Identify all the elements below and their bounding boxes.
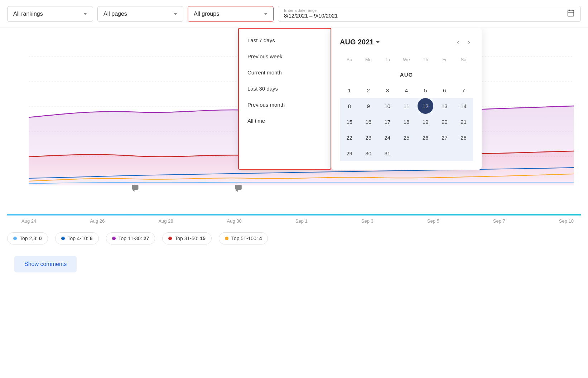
legend-bar: Top 2,3: 0 Top 4-10: 6 Top 11-30: 27 Top… [0, 227, 588, 250]
calendar-day-12[interactable]: 12 [416, 98, 435, 114]
calendar-month-dropdown-icon[interactable] [376, 41, 380, 43]
calendar-day-2[interactable]: 2 [359, 82, 378, 98]
calendar-day-5[interactable]: 5 [416, 82, 435, 98]
calendar-prev-button[interactable]: ‹ [454, 37, 462, 48]
calendar-week-5: 29 30 31 [340, 145, 473, 161]
calendar-day-24[interactable]: 24 [378, 130, 397, 145]
legend-top3150[interactable]: Top 31-50: 15 [162, 232, 212, 244]
legend-dot-top410 [61, 237, 65, 240]
x-label-aug30: Aug 30 [227, 218, 242, 224]
weekday-mo: Mo [359, 55, 378, 67]
groups-label: All groups [194, 11, 219, 17]
x-label-aug26: Aug 26 [90, 218, 105, 224]
legend-top1130[interactable]: Top 11-30: 27 [106, 232, 155, 244]
quick-select-last30[interactable]: Last 30 days [239, 81, 331, 97]
legend-label-top1130: Top 11-30: 27 [119, 236, 149, 241]
calendar-day-4[interactable]: 4 [397, 82, 416, 98]
date-range-field[interactable]: Enter a date range 8/12/2021 – 9/10/2021 [278, 6, 581, 22]
calendar-month-label: AUG 2021 [340, 38, 374, 46]
date-range-value: 8/12/2021 – 9/10/2021 [284, 13, 567, 19]
legend-label-top3150: Top 31-50: 15 [175, 236, 206, 241]
calendar-day-19[interactable]: 19 [416, 114, 435, 130]
quick-select-prev-month[interactable]: Previous month [239, 97, 331, 113]
calendar-week-3: 15 16 17 18 19 20 21 [340, 114, 473, 130]
x-label-sep5: Sep 5 [427, 218, 439, 224]
legend-label-top51100: Top 51-100: 4 [231, 236, 262, 241]
x-label-sep7: Sep 7 [493, 218, 505, 224]
legend-dot-top3150 [168, 237, 172, 240]
calendar-day-8[interactable]: 8 [340, 98, 359, 114]
calendar-day-18[interactable]: 18 [397, 114, 416, 130]
rankings-dropdown[interactable]: All rankings [7, 6, 93, 22]
calendar-day-23[interactable]: 23 [359, 130, 378, 145]
svg-rect-0 [568, 10, 574, 16]
calendar-day-14[interactable]: 14 [454, 98, 473, 114]
pages-dropdown[interactable]: All pages [97, 6, 183, 22]
calendar-day-21[interactable]: 21 [454, 114, 473, 130]
quick-select-last7days[interactable]: Last 7 days [239, 32, 331, 48]
rankings-chevron-icon [83, 13, 87, 15]
calendar-day-28[interactable]: 28 [454, 130, 473, 145]
legend-dot-top1130 [112, 237, 116, 240]
x-label-aug24: Aug 24 [21, 218, 36, 224]
calendar-day-1[interactable]: 1 [340, 82, 359, 98]
quick-select-menu: Last 7 days Previous week Current month … [238, 28, 331, 170]
quick-select-all-time[interactable]: All time [239, 113, 331, 129]
legend-top410[interactable]: Top 4-10: 6 [55, 232, 99, 244]
calendar-day-26[interactable]: 26 [416, 130, 435, 145]
calendar-grid: Su Mo Tu We Th Fr Sa AUG [340, 55, 473, 161]
legend-top51100[interactable]: Top 51-100: 4 [219, 232, 268, 244]
x-label-sep10: Sep 10 [559, 218, 574, 224]
rankings-label: All rankings [13, 11, 43, 17]
groups-dropdown[interactable]: All groups [188, 6, 274, 22]
chart-area: Last 7 days Previous week Current month … [0, 28, 588, 214]
weekday-sa: Sa [454, 55, 473, 67]
weekday-fr: Fr [435, 55, 454, 67]
calendar-day-31[interactable]: 31 [378, 145, 397, 161]
svg-rect-9 [132, 185, 138, 190]
calendar-day-17[interactable]: 17 [378, 114, 397, 130]
calendar-day-3[interactable]: 3 [378, 82, 397, 98]
show-comments-button[interactable]: Show comments [14, 256, 77, 272]
calendar-day-20[interactable]: 20 [435, 114, 454, 130]
filter-bar: All rankings All pages All groups Enter … [0, 0, 588, 28]
calendar-day-22[interactable]: 22 [340, 130, 359, 145]
weekday-th: Th [416, 55, 435, 67]
calendar-day-10[interactable]: 10 [378, 98, 397, 114]
calendar-day-6[interactable]: 6 [435, 82, 454, 98]
calendar-day-15[interactable]: 15 [340, 114, 359, 130]
legend-top23[interactable]: Top 2,3: 0 [7, 232, 48, 244]
groups-chevron-icon [264, 13, 268, 15]
date-range-placeholder: Enter a date range [284, 8, 317, 13]
weekday-tu: Tu [378, 55, 397, 67]
weekday-we: We [397, 55, 416, 67]
calendar-next-button[interactable]: › [465, 37, 473, 48]
svg-rect-11 [235, 185, 242, 190]
legend-dot-top23 [13, 237, 17, 240]
calendar-day-9[interactable]: 9 [359, 98, 378, 114]
calendar-week-4: 22 23 24 25 26 27 28 [340, 130, 473, 145]
calendar-day-30[interactable]: 30 [359, 145, 378, 161]
calendar-weekday-row: Su Mo Tu We Th Fr Sa [340, 55, 473, 67]
date-picker-overlay: Last 7 days Previous week Current month … [238, 28, 482, 170]
legend-dot-top51100 [225, 237, 228, 240]
x-label-sep3: Sep 3 [361, 218, 373, 224]
calendar-day-7[interactable]: 7 [454, 82, 473, 98]
pages-chevron-icon [174, 13, 177, 15]
calendar-month-name: AUG [340, 67, 473, 82]
x-label-sep1: Sep 1 [295, 218, 308, 224]
calendar-header: AUG 2021 ‹ › [340, 37, 473, 48]
calendar-day-29[interactable]: 29 [340, 145, 359, 161]
calendar-day-27[interactable]: 27 [435, 130, 454, 145]
calendar-panel: AUG 2021 ‹ › Su Mo Tu We Th Fr [331, 28, 482, 170]
calendar-day-25[interactable]: 25 [397, 130, 416, 145]
calendar-nav: ‹ › [454, 37, 473, 48]
quick-select-prev-week[interactable]: Previous week [239, 48, 331, 64]
legend-label-top410: Top 4-10: 6 [68, 236, 93, 241]
calendar-day-16[interactable]: 16 [359, 114, 378, 130]
pages-label: All pages [103, 11, 127, 17]
quick-select-current-month[interactable]: Current month [239, 64, 331, 81]
calendar-day-11[interactable]: 11 [397, 98, 416, 114]
calendar-icon [567, 9, 575, 19]
calendar-day-13[interactable]: 13 [435, 98, 454, 114]
